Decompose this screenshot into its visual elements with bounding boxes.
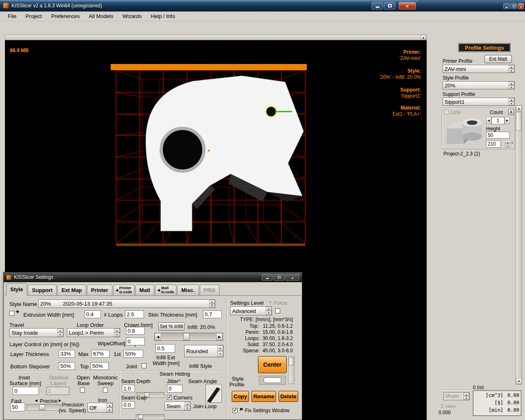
spinner-icon[interactable] xyxy=(185,402,190,410)
spinner-icon[interactable] xyxy=(509,65,514,73)
level-checkbox[interactable] xyxy=(275,308,280,313)
slider-thumb[interactable] xyxy=(39,404,45,410)
spinner-icon[interactable] xyxy=(505,140,510,148)
speed-input[interactable]: 50 xyxy=(10,403,25,411)
rename-button[interactable]: Rename xyxy=(251,391,276,402)
inset-surface-input[interactable]: 0 xyxy=(13,387,39,395)
add-icon[interactable]: + xyxy=(16,308,19,315)
corners-checkbox[interactable] xyxy=(167,395,172,400)
tab-pro[interactable]: PRO xyxy=(200,285,219,295)
layer-thickness-input[interactable]: 33% xyxy=(59,350,75,358)
extrusion-width-input[interactable]: 0.4 xyxy=(84,310,101,318)
scroll-up-icon[interactable] xyxy=(516,105,522,112)
spinner-icon[interactable] xyxy=(217,345,223,357)
bg-minimize-button[interactable] xyxy=(503,3,510,9)
stacked-layers-input[interactable]: 1 xyxy=(46,387,69,395)
joint-checkbox[interactable] xyxy=(142,363,146,368)
spinner-icon[interactable] xyxy=(463,393,469,400)
rotation-control[interactable]: 210 ° xyxy=(486,140,513,148)
profile-settings-button[interactable]: Profile Settings xyxy=(459,43,510,52)
height-input[interactable]: 50 xyxy=(486,132,510,139)
spinner-icon[interactable] xyxy=(209,300,215,308)
tab-printer[interactable]: Printer xyxy=(87,285,112,295)
viewport-h-scrollbar[interactable] xyxy=(5,34,427,40)
center-scrollbar[interactable] xyxy=(288,356,294,384)
num-loops-input[interactable]: 2.5 xyxy=(125,310,144,318)
scroll-thumb[interactable] xyxy=(289,357,294,365)
loop-order-dropdown[interactable]: Loop1 > Perim xyxy=(67,328,120,337)
count-stepper[interactable]: 1 xyxy=(486,117,510,124)
support-profile-dropdown[interactable]: Sipport1 xyxy=(443,98,515,106)
infill-slider[interactable] xyxy=(154,333,223,341)
fix-window-checkbox[interactable] xyxy=(233,408,237,413)
copy-button[interactable]: Copy xyxy=(232,391,249,402)
style-profile-dropdown[interactable]: 20% xyxy=(443,81,515,89)
menu-preferences[interactable]: Preferences xyxy=(46,12,84,21)
precision-slider[interactable] xyxy=(27,404,61,411)
close-button[interactable] xyxy=(399,2,416,9)
set-infill-button[interactable]: Set % Infill xyxy=(158,322,185,331)
crown-input[interactable]: 0.8 xyxy=(126,327,145,335)
new-style-checkbox[interactable] xyxy=(9,311,14,316)
menu-help-info[interactable]: Help / Info xyxy=(146,12,179,21)
seam-gap-value[interactable]: 0.0 xyxy=(122,401,135,409)
scroll-thumb[interactable] xyxy=(516,112,522,131)
scroll-down-icon[interactable] xyxy=(516,378,522,384)
menu-project[interactable]: Project xyxy=(21,12,46,21)
bg-close-button[interactable] xyxy=(518,3,524,9)
seam-depth-value[interactable]: 1.0 xyxy=(122,385,135,392)
wipe-offset-input[interactable]: 0 xyxy=(126,338,145,345)
settings-titlebar[interactable]: KISSlicer Settings xyxy=(4,272,302,282)
tab-ext-map[interactable]: Ext Map xyxy=(57,285,86,295)
ext-matl-button[interactable]: Ext Matl xyxy=(484,55,512,63)
menu-all-models[interactable]: All Models xyxy=(84,12,118,21)
minimize-button[interactable] xyxy=(372,2,383,9)
close-button[interactable] xyxy=(285,274,299,281)
jitter-input[interactable]: 0 xyxy=(167,385,183,393)
bg-maximize-button[interactable] xyxy=(511,3,517,9)
seam-dropdown[interactable]: Seam xyxy=(164,402,191,411)
shuttle-track[interactable] xyxy=(259,376,286,385)
maximize-button[interactable] xyxy=(384,2,395,9)
maximize-button[interactable] xyxy=(274,274,285,281)
model-thumbnail[interactable] xyxy=(443,112,484,148)
panel-v-scrollbar[interactable] xyxy=(516,105,522,385)
scroll-arrow-icon[interactable] xyxy=(421,35,426,40)
spinner-icon[interactable] xyxy=(107,403,112,412)
spinner-icon[interactable] xyxy=(509,98,514,105)
menu-file[interactable]: File xyxy=(3,12,21,21)
style-name-input[interactable]: 20% 2020-05-13 19:47:35 xyxy=(38,299,215,308)
tab-misc[interactable]: Misc. xyxy=(177,285,199,295)
model-dropdown[interactable]: Model xyxy=(443,392,470,400)
spinner-icon[interactable] xyxy=(114,329,120,337)
slider-thumb[interactable] xyxy=(183,333,189,340)
seam-angle-widget[interactable] xyxy=(205,384,222,403)
printer-profile-dropdown[interactable]: ZAV-mini xyxy=(443,65,515,73)
infill-ext-width-input[interactable]: 0.5 xyxy=(155,344,175,353)
minimize-button[interactable] xyxy=(262,274,273,281)
first-input[interactable]: 50% xyxy=(123,350,143,358)
center-button[interactable]: Center xyxy=(258,356,287,373)
slider-right-icon[interactable] xyxy=(216,333,223,340)
tab-matl-gcode[interactable]: MatlG-code xyxy=(155,285,176,295)
infill-style-dropdown[interactable]: Rounded xyxy=(184,345,224,357)
slider-left-icon[interactable] xyxy=(155,333,161,340)
remove-instance-button[interactable]: X xyxy=(508,109,514,115)
shuttle-thumb[interactable] xyxy=(263,377,281,383)
tab-matl[interactable]: Matl xyxy=(135,285,154,295)
settings-level-dropdown[interactable]: Advanced xyxy=(230,306,272,315)
travel-dropdown[interactable]: Stay Inside xyxy=(9,328,64,337)
top-input[interactable]: 50% xyxy=(91,362,109,370)
spinner-icon[interactable] xyxy=(57,329,63,337)
menu-wizards[interactable]: Wizards xyxy=(118,12,146,21)
slider-thumb[interactable] xyxy=(138,415,143,420)
delete-button[interactable]: Delete xyxy=(278,391,298,402)
seam-gap-slider[interactable] xyxy=(136,414,164,420)
monotonic-sweep-checkbox[interactable] xyxy=(103,388,108,393)
tab-printer-gcode[interactable]: PrinterG-code xyxy=(113,285,135,295)
open-base-checkbox[interactable] xyxy=(80,388,85,393)
spinner-icon[interactable] xyxy=(266,307,272,315)
bottom-stepover-input[interactable]: 50% xyxy=(59,362,75,370)
iron-dropdown[interactable]: Off xyxy=(87,403,113,413)
spinner-icon[interactable] xyxy=(509,82,514,89)
